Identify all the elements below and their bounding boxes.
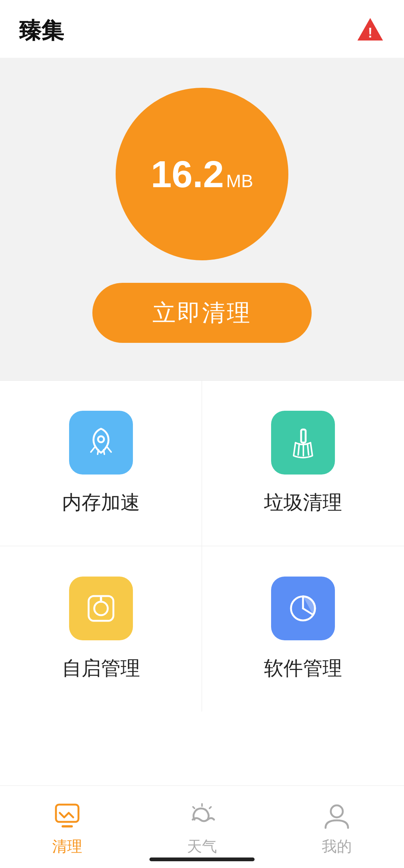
svg-line-17 (210, 807, 211, 808)
junk-clean-label: 垃圾清理 (264, 490, 342, 516)
svg-point-2 (98, 436, 104, 442)
clean-nav-label: 清理 (52, 836, 82, 857)
mine-nav-icon (322, 801, 352, 831)
junk-clean-icon-box (271, 411, 335, 475)
clean-nav-icon (52, 801, 82, 831)
software-manage-item[interactable]: 软件管理 (202, 546, 404, 712)
svg-point-18 (331, 805, 343, 817)
warning-icon[interactable]: ! (355, 15, 385, 47)
nav-item-weather[interactable]: 天气 (135, 797, 270, 857)
svg-text:!: ! (368, 25, 372, 41)
junk-clean-item[interactable]: 垃圾清理 (202, 381, 404, 546)
memory-boost-item[interactable]: 内存加速 (0, 381, 202, 546)
svg-rect-3 (301, 429, 306, 443)
hero-section: 16.2MB 立即清理 (0, 58, 404, 380)
weather-nav-label: 天气 (187, 836, 217, 857)
auto-start-item[interactable]: 自启管理 (0, 546, 202, 712)
svg-point-8 (94, 602, 108, 615)
svg-line-5 (298, 444, 299, 455)
svg-line-16 (193, 807, 194, 808)
app-header: 臻集 ! (0, 0, 404, 58)
auto-start-icon-box (69, 577, 133, 640)
memory-boost-label: 内存加速 (62, 490, 140, 516)
weather-nav-icon (187, 801, 217, 831)
clean-now-button[interactable]: 立即清理 (92, 283, 312, 343)
nav-item-mine[interactable]: 我的 (269, 797, 404, 857)
rocket-icon (84, 426, 118, 460)
auto-start-label: 自启管理 (62, 655, 140, 682)
nav-item-clean[interactable]: 清理 (0, 797, 135, 857)
svg-line-6 (308, 444, 309, 455)
software-manage-label: 软件管理 (264, 655, 342, 682)
software-manage-icon-box (271, 577, 335, 640)
app-title: 臻集 (19, 16, 64, 46)
home-indicator (149, 857, 255, 861)
storage-unit: MB (226, 171, 253, 191)
feature-grid: 内存加速 垃圾清理 自启管理 (0, 380, 404, 712)
storage-number: 16.2 (151, 153, 224, 196)
memory-boost-icon-box (69, 411, 133, 475)
mine-nav-label: 我的 (322, 836, 352, 857)
bottom-navigation: 清理 天气 我的 (0, 785, 404, 868)
power-icon (84, 592, 118, 625)
pie-chart-icon (286, 592, 320, 625)
broom-icon (286, 426, 320, 460)
storage-value-display: 16.2MB (151, 153, 253, 196)
storage-circle: 16.2MB (116, 88, 288, 260)
